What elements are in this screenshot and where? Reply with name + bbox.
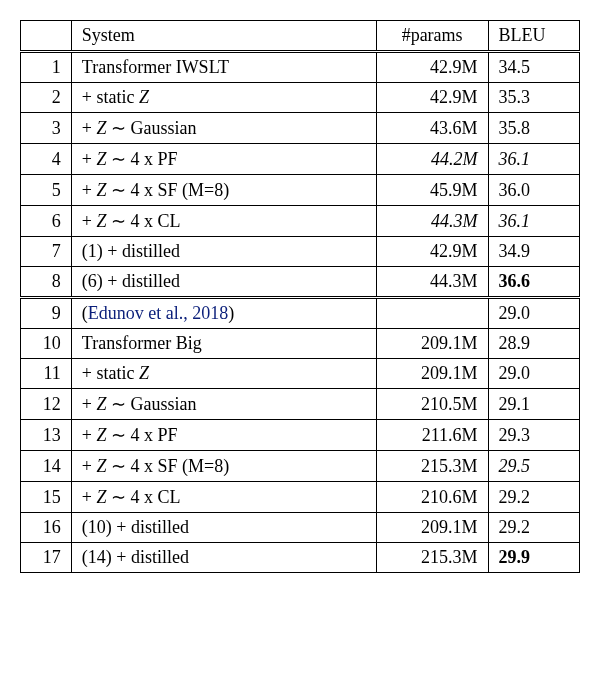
row-system: + static Z <box>71 359 376 389</box>
sys-text: + <box>82 118 92 138</box>
header-params: #params <box>376 21 488 52</box>
sys-text: + <box>82 149 92 169</box>
row-params: 209.1M <box>376 513 488 543</box>
row-bleu: 35.3 <box>488 83 579 113</box>
row-params: 44.3M <box>376 267 488 298</box>
row-params: 209.1M <box>376 359 488 389</box>
row-system: + Z ∼ 4 x SF (M=8) <box>71 451 376 482</box>
row-system: + Z ∼ Gaussian <box>71 389 376 420</box>
sys-rel: ∼ 4 x CL <box>111 211 181 231</box>
row-num: 9 <box>21 298 72 329</box>
table-row: 11 + static Z 209.1M 29.0 <box>21 359 580 389</box>
math-z: Z <box>96 118 106 138</box>
row-system: (10) + distilled <box>71 513 376 543</box>
sys-text: + <box>82 456 92 476</box>
row-num: 4 <box>21 144 72 175</box>
row-bleu: 36.0 <box>488 175 579 206</box>
row-params <box>376 298 488 329</box>
row-system: + Z ∼ 4 x SF (M=8) <box>71 175 376 206</box>
header-system: System <box>71 21 376 52</box>
row-num: 10 <box>21 329 72 359</box>
results-table: System #params BLEU 1 Transformer IWSLT … <box>20 20 580 573</box>
row-bleu: 29.2 <box>488 513 579 543</box>
row-bleu: 29.9 <box>488 543 579 573</box>
table-row: 14 + Z ∼ 4 x SF (M=8) 215.3M 29.5 <box>21 451 580 482</box>
row-bleu: 29.3 <box>488 420 579 451</box>
sys-rel: ∼ 4 x SF (M=8) <box>111 456 229 476</box>
row-system: Transformer Big <box>71 329 376 359</box>
row-num: 14 <box>21 451 72 482</box>
row-num: 13 <box>21 420 72 451</box>
sys-text: + static <box>82 87 135 107</box>
row-bleu: 34.9 <box>488 237 579 267</box>
row-params: 210.6M <box>376 482 488 513</box>
sys-rel: ∼ 4 x CL <box>111 487 181 507</box>
row-system: Transformer IWSLT <box>71 52 376 83</box>
row-params: 45.9M <box>376 175 488 206</box>
math-z: Z <box>96 456 106 476</box>
row-bleu: 29.5 <box>488 451 579 482</box>
row-num: 12 <box>21 389 72 420</box>
cite-link: Edunov et al., 2018 <box>88 303 228 323</box>
math-z: Z <box>139 363 149 383</box>
table-row: 17 (14) + distilled 215.3M 29.9 <box>21 543 580 573</box>
math-z: Z <box>139 87 149 107</box>
row-params: 210.5M <box>376 389 488 420</box>
row-num: 1 <box>21 52 72 83</box>
row-bleu: 34.5 <box>488 52 579 83</box>
math-z: Z <box>96 211 106 231</box>
row-num: 15 <box>21 482 72 513</box>
row-params: 215.3M <box>376 451 488 482</box>
row-system: + Z ∼ 4 x CL <box>71 482 376 513</box>
math-z: Z <box>96 394 106 414</box>
row-params: 211.6M <box>376 420 488 451</box>
header-row: System #params BLEU <box>21 21 580 52</box>
math-z: Z <box>96 180 106 200</box>
sys-rel: ∼ Gaussian <box>111 118 197 138</box>
sys-text: + <box>82 425 92 445</box>
table-row: 4 + Z ∼ 4 x PF 44.2M 36.1 <box>21 144 580 175</box>
row-params: 42.9M <box>376 237 488 267</box>
row-system: + Z ∼ 4 x PF <box>71 420 376 451</box>
table-row: 5 + Z ∼ 4 x SF (M=8) 45.9M 36.0 <box>21 175 580 206</box>
sys-rel: ∼ 4 x SF (M=8) <box>111 180 229 200</box>
sys-rel: ∼ Gaussian <box>111 394 197 414</box>
sys-rel: ∼ 4 x PF <box>111 425 178 445</box>
header-bleu: BLEU <box>488 21 579 52</box>
sys-text: + <box>82 394 92 414</box>
table-row: 12 + Z ∼ Gaussian 210.5M 29.1 <box>21 389 580 420</box>
row-system: + Z ∼ Gaussian <box>71 113 376 144</box>
math-z: Z <box>96 149 106 169</box>
sys-text: + static <box>82 363 135 383</box>
row-bleu: 29.0 <box>488 359 579 389</box>
math-z: Z <box>96 487 106 507</box>
row-bleu: 29.1 <box>488 389 579 420</box>
sys-text: + <box>82 180 92 200</box>
row-system: + Z ∼ 4 x PF <box>71 144 376 175</box>
row-num: 11 <box>21 359 72 389</box>
sys-text: + <box>82 211 92 231</box>
row-bleu: 36.1 <box>488 206 579 237</box>
row-bleu: 29.0 <box>488 298 579 329</box>
row-bleu: 35.8 <box>488 113 579 144</box>
row-params: 209.1M <box>376 329 488 359</box>
math-z: Z <box>96 425 106 445</box>
table-row: 3 + Z ∼ Gaussian 43.6M 35.8 <box>21 113 580 144</box>
table-row: 8 (6) + distilled 44.3M 36.6 <box>21 267 580 298</box>
table-row: 2 + static Z 42.9M 35.3 <box>21 83 580 113</box>
row-system: + static Z <box>71 83 376 113</box>
row-bleu: 28.9 <box>488 329 579 359</box>
row-num: 5 <box>21 175 72 206</box>
header-num <box>21 21 72 52</box>
row-num: 8 <box>21 267 72 298</box>
sys-rel: ∼ 4 x PF <box>111 149 178 169</box>
row-num: 7 <box>21 237 72 267</box>
table-row: 7 (1) + distilled 42.9M 34.9 <box>21 237 580 267</box>
row-params: 42.9M <box>376 83 488 113</box>
row-num: 3 <box>21 113 72 144</box>
row-num: 16 <box>21 513 72 543</box>
table-row: 9 (Edunov et al., 2018) 29.0 <box>21 298 580 329</box>
row-bleu: 36.1 <box>488 144 579 175</box>
row-system: (Edunov et al., 2018) <box>71 298 376 329</box>
table-row: 1 Transformer IWSLT 42.9M 34.5 <box>21 52 580 83</box>
